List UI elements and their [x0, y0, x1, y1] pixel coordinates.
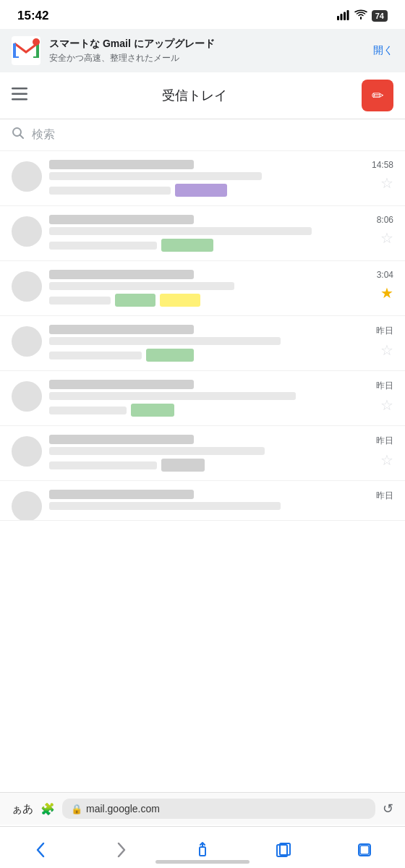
svg-rect-19	[360, 846, 369, 854]
back-button[interactable]	[25, 834, 56, 866]
email-side-4: 昨日 ☆	[364, 325, 393, 359]
search-icon	[12, 127, 25, 143]
search-placeholder: 検索	[32, 127, 55, 142]
email-side-5: 昨日 ☆	[364, 380, 393, 414]
tag-badge-5	[131, 404, 174, 417]
reload-icon[interactable]: ↺	[383, 801, 393, 817]
aa-text[interactable]: ぁあ	[12, 802, 33, 816]
nav-bar: 受信トレイ ✏	[0, 72, 405, 119]
email-list: 14:58 ☆ 8:06 ☆	[0, 151, 405, 521]
email-main-3	[49, 270, 358, 307]
star-6[interactable]: ☆	[380, 451, 393, 469]
compose-icon: ✏	[372, 87, 384, 104]
body-blur-2	[49, 242, 157, 250]
email-item-5[interactable]: 昨日 ☆	[0, 371, 405, 426]
tag-badge-3b	[160, 294, 200, 307]
email-time-2: 8:06	[377, 215, 393, 225]
body-blur-4	[49, 352, 142, 359]
puzzle-icon[interactable]: 🧩	[40, 802, 55, 816]
browser-bar: ぁあ 🧩 🔒 mail.google.com ↺	[0, 792, 405, 825]
hamburger-icon[interactable]	[12, 88, 27, 104]
body-blur-1	[49, 187, 171, 195]
svg-rect-1	[340, 14, 342, 20]
promo-title: スマートな Gmail にアップグレード	[49, 38, 364, 51]
email-side-3: 3:04 ★	[365, 270, 393, 302]
avatar-1	[12, 161, 42, 192]
body-row-2	[49, 239, 358, 252]
tag-badge-6	[161, 459, 205, 472]
signal-icon	[337, 10, 350, 22]
avatar-2	[12, 216, 42, 247]
svg-rect-0	[337, 16, 339, 20]
gmail-logo	[12, 36, 40, 65]
status-icons: 74	[337, 9, 388, 22]
search-bar[interactable]: 検索	[0, 119, 405, 151]
email-item-2[interactable]: 8:06 ☆	[0, 206, 405, 261]
avatar-7	[12, 491, 42, 521]
status-time: 15:42	[17, 9, 48, 23]
bookmarks-button[interactable]	[268, 834, 299, 866]
avatar-4	[12, 326, 42, 357]
star-5[interactable]: ☆	[380, 396, 393, 414]
email-item-1[interactable]: 14:58 ☆	[0, 151, 405, 206]
sender-blur-7	[49, 490, 194, 499]
svg-rect-7	[14, 56, 19, 58]
promo-banner[interactable]: スマートな Gmail にアップグレード 安全かつ高速、整理されたメール 開く	[0, 29, 405, 72]
email-main-7	[49, 490, 357, 514]
sender-blur-5	[49, 380, 194, 389]
email-item-3[interactable]: 3:04 ★	[0, 261, 405, 316]
promo-open-button[interactable]: 開く	[373, 44, 393, 57]
body-blur-3	[49, 297, 111, 305]
body-row-3	[49, 294, 358, 307]
email-main-2	[49, 215, 358, 252]
tabs-button[interactable]	[349, 834, 380, 866]
avatar-6	[12, 436, 42, 467]
email-time-7: 昨日	[376, 490, 393, 502]
svg-point-9	[33, 38, 40, 46]
avatar-3	[12, 271, 42, 302]
avatar-5	[12, 381, 42, 412]
email-item-7[interactable]: 昨日	[0, 481, 405, 521]
svg-rect-15	[200, 847, 205, 856]
sender-row-4	[49, 325, 357, 334]
sender-row-1	[49, 160, 353, 169]
subject-blur-6	[49, 447, 265, 455]
sender-row-5	[49, 380, 357, 389]
battery-icon: 74	[372, 10, 388, 22]
svg-line-14	[20, 135, 24, 139]
body-blur-5	[49, 407, 127, 414]
email-item-6[interactable]: 昨日 ☆	[0, 426, 405, 481]
email-main-6	[49, 435, 357, 472]
wifi-icon	[354, 9, 367, 22]
email-side-2: 8:06 ☆	[365, 215, 393, 247]
email-time-4: 昨日	[376, 325, 393, 337]
sender-row-7	[49, 490, 357, 499]
forward-button[interactable]	[106, 834, 137, 866]
sender-blur-3	[49, 270, 194, 279]
email-time-3: 3:04	[377, 270, 393, 280]
star-4[interactable]: ☆	[380, 341, 393, 359]
tag-badge-1	[175, 184, 227, 197]
subject-blur-4	[49, 337, 281, 345]
url-area[interactable]: 🔒 mail.google.com	[62, 799, 375, 819]
body-row-6	[49, 459, 357, 472]
email-main-4	[49, 325, 357, 362]
home-indicator	[155, 860, 250, 864]
sender-row-2	[49, 215, 358, 224]
tag-badge-3a	[115, 294, 155, 307]
lock-icon: 🔒	[71, 804, 82, 814]
body-row-1	[49, 184, 353, 197]
promo-text: スマートな Gmail にアップグレード 安全かつ高速、整理されたメール	[49, 38, 364, 64]
email-item-4[interactable]: 昨日 ☆	[0, 316, 405, 371]
body-row-4	[49, 349, 357, 362]
sender-blur-1	[49, 160, 194, 169]
star-3[interactable]: ★	[380, 284, 393, 302]
star-2[interactable]: ☆	[380, 229, 393, 247]
compose-button[interactable]: ✏	[362, 80, 393, 111]
star-1[interactable]: ☆	[380, 174, 393, 192]
email-time-6: 昨日	[376, 435, 393, 447]
subject-blur-2	[49, 227, 312, 235]
email-side-7: 昨日	[364, 490, 393, 502]
svg-rect-10	[12, 88, 27, 90]
sender-row-3	[49, 270, 358, 279]
